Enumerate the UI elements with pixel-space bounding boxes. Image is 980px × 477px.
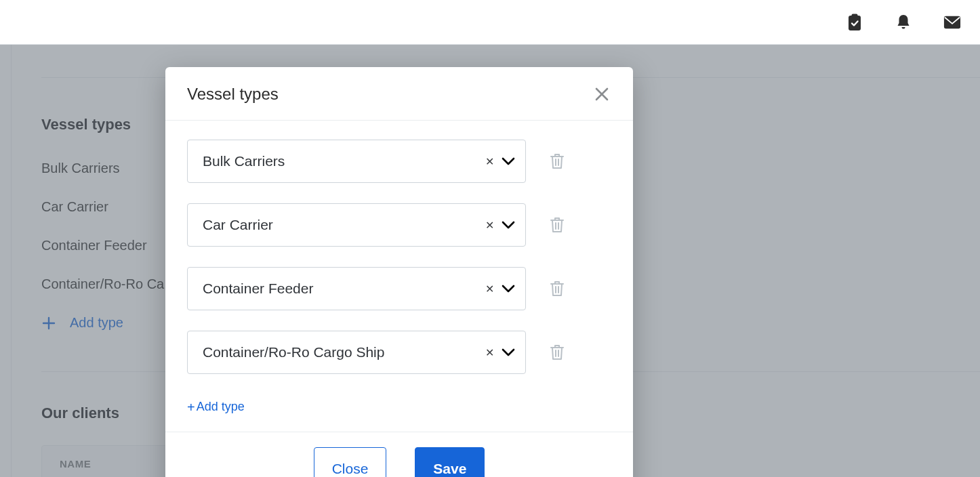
modal-footer: Close Save bbox=[165, 432, 633, 477]
bell-icon[interactable] bbox=[895, 14, 912, 31]
svg-rect-2 bbox=[944, 16, 960, 28]
modal-add-type-label: Add type bbox=[197, 400, 245, 414]
vessel-type-select[interactable]: Container/Ro-Ro Cargo Ship ✕ bbox=[187, 331, 526, 374]
svg-rect-0 bbox=[849, 16, 861, 30]
vessel-type-row: Bulk Carriers ✕ bbox=[187, 140, 611, 183]
clear-icon[interactable]: ✕ bbox=[481, 283, 498, 295]
close-button[interactable]: Close bbox=[314, 447, 387, 477]
chevron-down-icon[interactable] bbox=[501, 154, 516, 169]
clear-icon[interactable]: ✕ bbox=[481, 219, 498, 232]
mail-icon[interactable] bbox=[943, 14, 961, 31]
vessel-type-select[interactable]: Bulk Carriers ✕ bbox=[187, 140, 526, 183]
vessel-type-row: Container Feeder ✕ bbox=[187, 267, 611, 310]
vessel-type-row: Car Carrier ✕ bbox=[187, 203, 611, 247]
modal-add-type-button[interactable]: +Add type bbox=[187, 400, 245, 414]
close-icon[interactable] bbox=[592, 85, 611, 104]
plus-icon: + bbox=[187, 400, 195, 414]
vessel-type-select[interactable]: Car Carrier ✕ bbox=[187, 203, 526, 247]
modal-title: Vessel types bbox=[187, 85, 279, 104]
trash-icon[interactable] bbox=[548, 279, 567, 298]
chevron-down-icon[interactable] bbox=[501, 217, 516, 232]
select-value: Container Feeder bbox=[203, 281, 481, 297]
save-button[interactable]: Save bbox=[415, 447, 485, 477]
select-value: Bulk Carriers bbox=[203, 153, 481, 169]
trash-icon[interactable] bbox=[548, 343, 567, 362]
modal-body: Bulk Carriers ✕ Car Carrier ✕ bbox=[165, 121, 633, 432]
trash-icon[interactable] bbox=[548, 152, 567, 171]
vessel-types-modal: Vessel types Bulk Carriers ✕ bbox=[165, 67, 633, 477]
trash-icon[interactable] bbox=[548, 215, 567, 234]
clear-icon[interactable]: ✕ bbox=[481, 346, 498, 359]
select-value: Container/Ro-Ro Cargo Ship bbox=[203, 344, 481, 360]
svg-rect-1 bbox=[852, 14, 858, 17]
select-value: Car Carrier bbox=[203, 217, 481, 233]
vessel-type-select[interactable]: Container Feeder ✕ bbox=[187, 267, 526, 310]
clear-icon[interactable]: ✕ bbox=[481, 155, 498, 168]
chevron-down-icon[interactable] bbox=[501, 281, 516, 296]
clipboard-check-icon[interactable] bbox=[846, 14, 863, 31]
chevron-down-icon[interactable] bbox=[501, 345, 516, 360]
page-body: Vessel types Bulk Carriers Car Carrier C… bbox=[0, 45, 980, 477]
modal-header: Vessel types bbox=[165, 67, 633, 121]
vessel-type-row: Container/Ro-Ro Cargo Ship ✕ bbox=[187, 331, 611, 374]
topbar bbox=[0, 0, 980, 45]
